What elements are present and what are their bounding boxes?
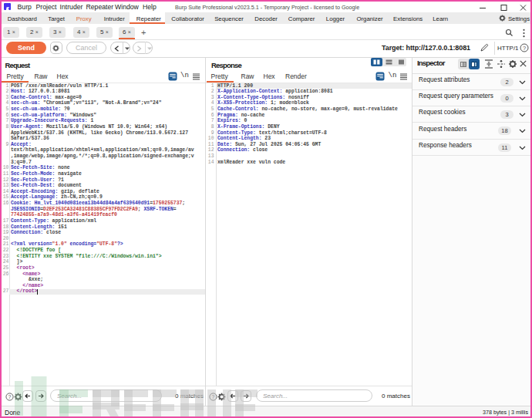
- svg-text:?: ?: [523, 45, 526, 52]
